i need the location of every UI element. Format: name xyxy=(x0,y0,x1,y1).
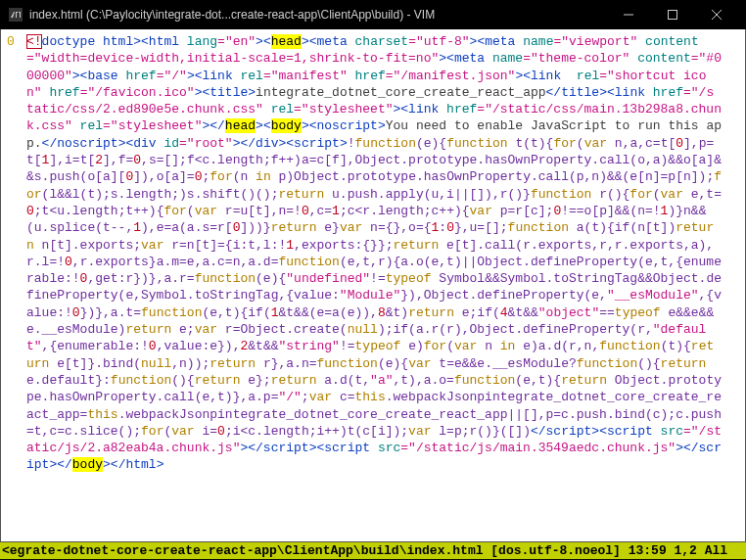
head-close-highlight: head xyxy=(225,118,256,133)
svg-rect-2 xyxy=(668,11,676,20)
body-close-highlight: body xyxy=(72,457,103,472)
close-button[interactable] xyxy=(694,0,738,29)
body-tag-highlight: body xyxy=(271,118,302,133)
window-controls xyxy=(606,0,738,29)
inline-script-body: !function(e){function t(t){for(var n,a,c… xyxy=(26,136,722,439)
code-content[interactable]: <!doctype html><html lang="en"><head><me… xyxy=(26,33,722,474)
window-title: index.html (C:\Paylocity\integrate-dot..… xyxy=(29,8,606,22)
editor-area[interactable]: 0<!doctype html><html lang="en"><head><m… xyxy=(0,29,746,542)
status-text: <egrate-dotnet-core-create-react-app\Cli… xyxy=(2,543,727,558)
line-number: 0 xyxy=(7,33,26,50)
titlebar[interactable]: index.html (C:\Paylocity\integrate-dot..… xyxy=(0,0,746,29)
status-line: <egrate-dotnet-core-create-react-app\Cli… xyxy=(0,542,746,559)
cursor: <! xyxy=(26,34,42,49)
minimize-button[interactable] xyxy=(606,0,650,29)
app-icon xyxy=(8,7,23,23)
head-tag-highlight: head xyxy=(271,34,302,49)
maximize-button[interactable] xyxy=(650,0,694,29)
